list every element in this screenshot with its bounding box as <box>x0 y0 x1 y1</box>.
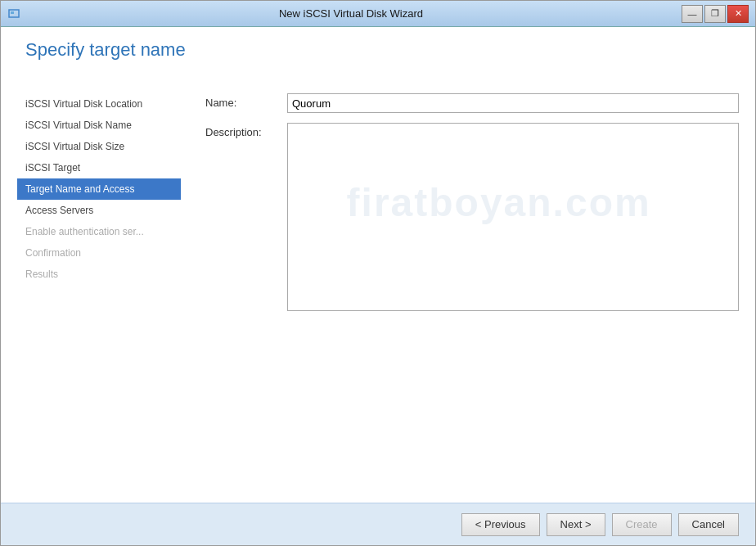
right-panel: firatboyan.com Name: Description: <box>189 93 739 486</box>
right-panel-inner: firatboyan.com Name: Description: <box>205 93 739 311</box>
window-icon <box>7 7 20 20</box>
page-title: Specify target name <box>17 39 739 61</box>
main-body: iSCSI Virtual Disk Location iSCSI Virtua… <box>1 77 755 503</box>
svg-rect-1 <box>11 11 14 14</box>
window-title: New iSCSI Virtual Disk Wizard <box>20 7 682 20</box>
previous-button[interactable]: < Previous <box>461 513 540 536</box>
title-bar: New iSCSI Virtual Disk Wizard — ❒ ✕ <box>1 1 755 27</box>
nav-item-target-name[interactable]: Target Name and Access <box>17 178 181 200</box>
wizard-window: New iSCSI Virtual Disk Wizard — ❒ ✕ Spec… <box>0 0 756 546</box>
restore-button[interactable]: ❒ <box>704 5 726 23</box>
nav-item-iscsi-size[interactable]: iSCSI Virtual Disk Size <box>17 136 181 157</box>
left-nav: iSCSI Virtual Disk Location iSCSI Virtua… <box>17 93 189 486</box>
nav-item-access-servers[interactable]: Access Servers <box>17 200 181 221</box>
nav-item-results: Results <box>17 264 181 285</box>
create-button: Create <box>612 513 672 536</box>
nav-item-iscsi-location[interactable]: iSCSI Virtual Disk Location <box>17 93 181 115</box>
next-button[interactable]: Next > <box>547 513 605 536</box>
nav-item-enable-auth: Enable authentication ser... <box>17 221 181 242</box>
cancel-button[interactable]: Cancel <box>678 513 739 536</box>
name-label: Name: <box>205 93 287 109</box>
nav-item-iscsi-name[interactable]: iSCSI Virtual Disk Name <box>17 115 181 136</box>
footer: < Previous Next > Create Cancel <box>1 503 755 545</box>
window-controls: — ❒ ✕ <box>682 5 749 23</box>
description-row: Description: <box>205 123 739 311</box>
header-section: Specify target name <box>1 27 755 77</box>
description-label: Description: <box>205 123 287 138</box>
nav-item-confirmation: Confirmation <box>17 242 181 264</box>
minimize-button[interactable]: — <box>682 5 703 23</box>
name-row: Name: <box>205 93 739 113</box>
name-input[interactable] <box>287 93 739 113</box>
description-textarea[interactable] <box>287 123 739 311</box>
nav-item-iscsi-target[interactable]: iSCSI Target <box>17 157 181 178</box>
content-area: Specify target name iSCSI Virtual Disk L… <box>1 27 755 545</box>
close-button[interactable]: ✕ <box>727 5 749 23</box>
